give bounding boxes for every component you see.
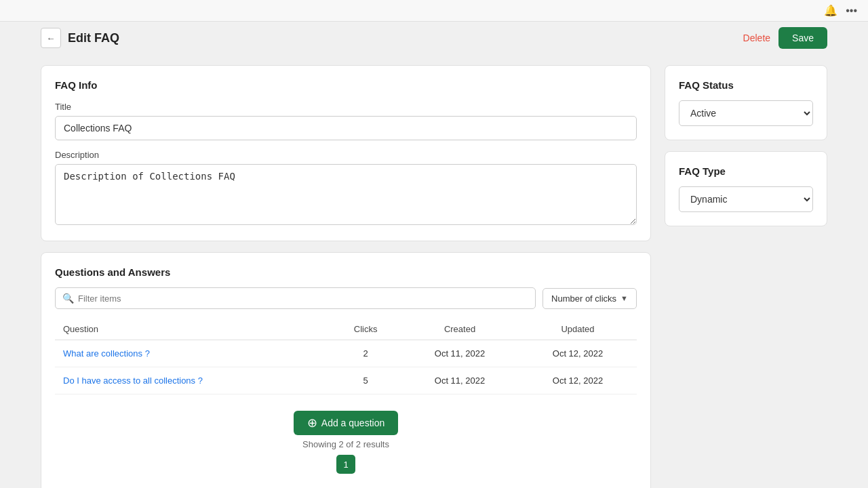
faq-type-title: FAQ Type (679, 165, 813, 177)
col-question: Question (55, 319, 330, 340)
sort-label: Number of clicks (551, 293, 616, 304)
chevron-down-icon: ▼ (620, 294, 628, 302)
title-input[interactable] (55, 116, 637, 140)
search-input[interactable] (78, 293, 528, 304)
updated-cell: Oct 12, 2022 (519, 340, 637, 367)
search-box: 🔍 (55, 287, 536, 309)
back-button[interactable]: ← (41, 28, 61, 48)
page-header: ← Edit FAQ Delete Save (41, 22, 827, 54)
description-input[interactable]: Description of Collections FAQ (55, 164, 637, 225)
clicks-cell: 2 (330, 340, 401, 367)
qa-card: Questions and Answers 🔍 Number of clicks… (41, 252, 651, 488)
description-label: Description (55, 150, 637, 160)
showing-text: Showing 2 of 2 results (55, 439, 637, 449)
header-actions: Delete Save (743, 27, 827, 49)
updated-cell: Oct 12, 2022 (519, 367, 637, 394)
table-row: Do I have access to all collections ? 5 … (55, 367, 637, 394)
add-question-label: Add a question (321, 418, 384, 428)
col-clicks: Clicks (330, 319, 401, 340)
col-updated: Updated (519, 319, 637, 340)
col-created: Created (401, 319, 519, 340)
created-cell: Oct 11, 2022 (401, 367, 519, 394)
faq-info-title: FAQ Info (55, 79, 637, 91)
back-icon: ← (46, 33, 55, 43)
more-icon[interactable]: ••• (846, 5, 857, 17)
faq-type-card: FAQ Type DynamicStatic (665, 151, 827, 226)
title-label: Title (55, 102, 637, 112)
question-link[interactable]: Do I have access to all collections ? (63, 375, 203, 386)
plus-icon: ⊕ (307, 417, 317, 429)
faq-status-title: FAQ Status (679, 79, 813, 91)
left-panel: FAQ Info Title Description Description o… (41, 65, 651, 488)
qa-section-title: Questions and Answers (55, 266, 637, 278)
qa-toolbar: 🔍 Number of clicks ▼ (55, 287, 637, 309)
faq-status-select[interactable]: ActiveInactive (679, 100, 813, 126)
right-panel: FAQ Status ActiveInactive FAQ Type Dynam… (665, 65, 827, 488)
page-title: Edit FAQ (68, 31, 119, 45)
faq-status-card: FAQ Status ActiveInactive (665, 65, 827, 140)
faq-type-select[interactable]: DynamicStatic (679, 186, 813, 212)
created-cell: Oct 11, 2022 (401, 340, 519, 367)
page-1-button[interactable]: 1 (336, 455, 355, 474)
delete-button[interactable]: Delete (743, 33, 770, 43)
save-button[interactable]: Save (778, 27, 827, 49)
qa-table: Question Clicks Created Updated What are… (55, 319, 637, 394)
question-link[interactable]: What are collections ? (63, 348, 150, 359)
search-icon: 🔍 (62, 293, 74, 304)
topbar: 🔔 ••• (0, 0, 868, 22)
add-question-button[interactable]: ⊕ Add a question (294, 411, 398, 435)
sort-button[interactable]: Number of clicks ▼ (542, 288, 637, 309)
table-row: What are collections ? 2 Oct 11, 2022 Oc… (55, 340, 637, 367)
faq-info-card: FAQ Info Title Description Description o… (41, 65, 651, 241)
pagination: 1 (55, 455, 637, 474)
bell-icon[interactable]: 🔔 (824, 4, 837, 17)
clicks-cell: 5 (330, 367, 401, 394)
